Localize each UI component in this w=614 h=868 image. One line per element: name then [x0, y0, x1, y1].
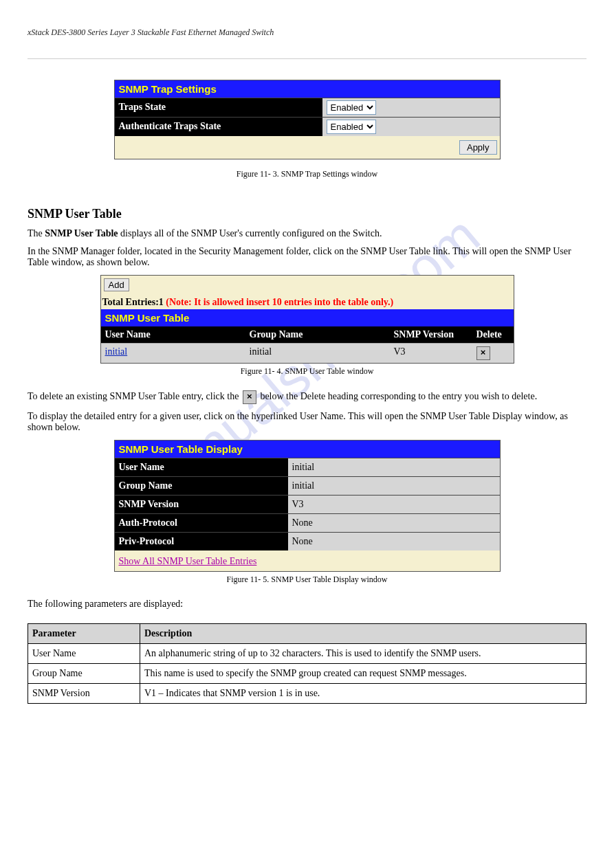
snmp-user-heading: SNMP User Table	[28, 207, 586, 221]
traps-state-field: Enabled	[322, 98, 500, 117]
param-name: Group Name	[28, 664, 140, 684]
snmp-user-table-panel: Add Total Entries:1 (Note: It is allowed…	[100, 275, 514, 364]
col-del-header: Delete	[472, 326, 510, 343]
display-caption: Figure 11- 5. SNMP User Table Display wi…	[28, 575, 586, 585]
user-panel-top: Add	[101, 276, 514, 294]
param-name: SNMP Version	[28, 684, 140, 704]
traps-state-label: Traps State	[115, 98, 322, 117]
param-row: SNMP Version V1 – Indicates that SNMP ve…	[28, 684, 586, 704]
snmp-user-display-panel: SNMP User Table Display User Name initia…	[114, 440, 501, 572]
ver-cell: V3	[390, 344, 472, 363]
param-name: User Name	[28, 644, 140, 664]
display-instructions: To display the detailed entry for a give…	[28, 411, 586, 433]
entries-note: (Note: It is allowed insert 10 entries i…	[166, 297, 393, 307]
delete-button[interactable]: ×	[476, 346, 490, 360]
disp-label-auth: Auth-Protocol	[115, 513, 288, 532]
disp-label-group: Group Name	[115, 476, 288, 495]
auth-traps-state-field: Enabled	[322, 117, 500, 136]
user-nav-text: In the SNMP Manager folder, located in t…	[28, 246, 586, 268]
param-row: User Name An alphanumeric string of up t…	[28, 644, 586, 664]
apply-row: Apply	[115, 136, 500, 159]
auth-traps-state-label: Authenticate Traps State	[115, 117, 322, 136]
disp-row-user: User Name initial	[115, 458, 500, 476]
auth-traps-state-row: Authenticate Traps State Enabled	[115, 117, 500, 136]
snmp-user-table-title: SNMP User Table	[101, 309, 514, 326]
disp-row-priv: Priv-Protocol None	[115, 532, 500, 550]
disp-label-priv: Priv-Protocol	[115, 532, 288, 550]
apply-button[interactable]: Apply	[459, 140, 497, 155]
user-link[interactable]: initial	[105, 346, 128, 357]
add-button[interactable]: Add	[104, 278, 129, 291]
traps-state-select[interactable]: Enabled	[327, 100, 376, 115]
param-desc: This name is used to specify the SNMP gr…	[140, 664, 586, 684]
show-all-row: Show All SNMP User Table Entries	[115, 550, 500, 571]
snmp-trap-panel: SNMP Trap Settings Traps State Enabled A…	[114, 80, 501, 159]
header-divider	[28, 58, 586, 59]
disp-val-priv: None	[288, 532, 500, 550]
param-header-row: Parameter Description	[28, 624, 586, 644]
page-header: xStack DES-3800 Series Layer 3 Stackable…	[28, 27, 586, 38]
col-ver-header: SNMP Version	[390, 326, 472, 343]
disp-val-auth: None	[288, 513, 500, 532]
disp-label-ver: SNMP Version	[115, 495, 288, 513]
col-user-header: User Name	[101, 326, 245, 343]
param-desc: An alphanumeric string of up to 32 chara…	[140, 644, 586, 664]
delete-instructions: To delete an existing SNMP User Table en…	[28, 390, 586, 404]
user-table-header: User Name Group Name SNMP Version Delete	[101, 326, 514, 343]
disp-val-ver: V3	[288, 495, 500, 513]
snmp-trap-title: SNMP Trap Settings	[115, 80, 500, 98]
display-title: SNMP User Table Display	[115, 441, 500, 458]
parameter-table: Parameter Description User Name An alpha…	[28, 623, 586, 704]
show-all-link[interactable]: Show All SNMP User Table Entries	[119, 556, 257, 566]
table-row: initial initial V3 ×	[101, 343, 514, 363]
param-row: Group Name This name is used to specify …	[28, 664, 586, 684]
disp-val-user: initial	[288, 458, 500, 476]
col-group-header: Group Name	[245, 326, 390, 343]
auth-traps-state-select[interactable]: Enabled	[327, 120, 376, 134]
param-header-desc: Description	[140, 624, 586, 644]
disp-val-group: initial	[288, 476, 500, 495]
close-icon: ×	[243, 390, 256, 404]
disp-row-auth: Auth-Protocol None	[115, 513, 500, 532]
user-intro: The SNMP User Table displays all of the …	[28, 228, 586, 239]
params-intro: The following parameters are displayed:	[28, 599, 586, 610]
user-table-caption: Figure 11- 4. SNMP User Table window	[28, 366, 586, 377]
page-header-left: xStack DES-3800 Series Layer 3 Stackable…	[28, 27, 274, 38]
del-cell: ×	[472, 344, 510, 363]
user-cell: initial	[101, 344, 245, 363]
traps-state-row: Traps State Enabled	[115, 98, 500, 117]
param-header-name: Parameter	[28, 624, 140, 644]
disp-row-ver: SNMP Version V3	[115, 495, 500, 513]
disp-label-user: User Name	[115, 458, 288, 476]
total-entries-line: Total Entries:1 (Note: It is allowed ins…	[101, 294, 514, 309]
group-cell: initial	[245, 344, 390, 363]
param-desc: V1 – Indicates that SNMP version 1 is in…	[140, 684, 586, 704]
trap-caption: Figure 11- 3. SNMP Trap Settings window	[28, 169, 586, 179]
disp-row-group: Group Name initial	[115, 476, 500, 495]
